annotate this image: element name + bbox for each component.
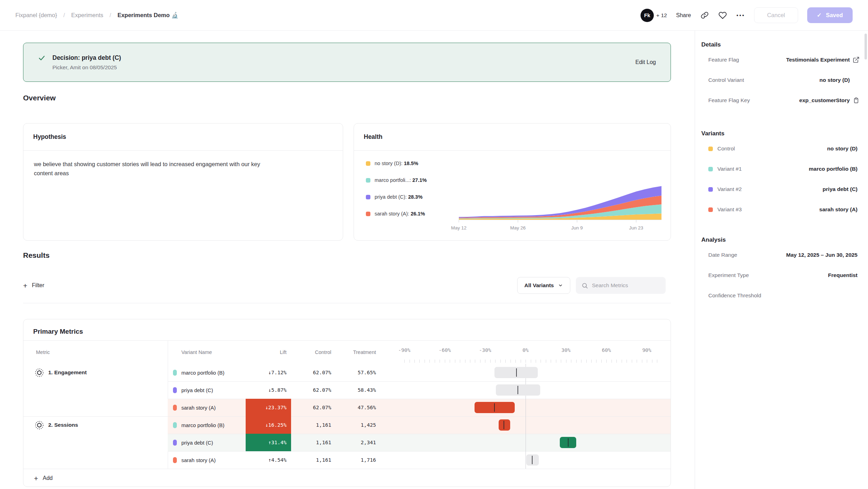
health-legend-item[interactable]: priya debt (C): 28.3% xyxy=(366,193,427,200)
metric-table-row[interactable]: 1. Engagementmarco portfolio (B)↓7.12%62… xyxy=(23,364,671,381)
axis-percent-label: 60% xyxy=(594,340,619,360)
check-icon: ✓ xyxy=(817,12,822,19)
axis-tick-mark xyxy=(500,360,501,363)
axis-tick-mark xyxy=(581,360,581,363)
details-row-value[interactable]: Testimonials Experiment xyxy=(739,57,850,63)
health-legend-item[interactable]: marco portfoli...: 27.1% xyxy=(366,177,427,184)
column-header-control: Control xyxy=(291,340,331,364)
x-axis-tick-label: May 26 xyxy=(510,225,526,231)
axis-tick-mark xyxy=(591,360,592,363)
confidence-interval-cell xyxy=(400,381,661,399)
row-separator xyxy=(168,399,671,399)
confidence-interval-cell xyxy=(400,451,661,469)
hypothesis-card: Hypothesis we believe that showing custo… xyxy=(23,123,343,241)
lift-value: ↓7.12% xyxy=(246,364,291,381)
x-axis-tick-label: May 12 xyxy=(451,225,466,231)
column-header-treatment: Treatment xyxy=(333,340,376,364)
edit-log-button[interactable]: Edit Log xyxy=(635,59,656,65)
filter-label: Filter xyxy=(32,282,44,289)
health-legend-item[interactable]: no story (D): 18.5% xyxy=(366,160,427,167)
axis-percent-label: 30% xyxy=(554,340,578,360)
details-rows: Feature FlagTestimonials ExperimentContr… xyxy=(701,50,860,111)
chevron-down-icon xyxy=(558,283,563,288)
axis-tick-mark xyxy=(440,360,440,363)
metrics-rows: 1. Engagementmarco portfolio (B)↓7.12%62… xyxy=(23,364,671,469)
add-filter-button[interactable]: + Filter xyxy=(23,282,44,289)
axis-tick-mark xyxy=(632,360,632,363)
variant-row-value: no story (D) xyxy=(735,146,860,152)
axis-tick-mark xyxy=(450,360,450,363)
axis-tick-mark xyxy=(475,360,475,363)
metric-cell[interactable]: 2. Sessions xyxy=(35,416,78,434)
variant-name: sarah story (A) xyxy=(181,405,216,411)
legend-label: priya debt (C): 28.3% xyxy=(375,194,422,200)
axis-tick-mark xyxy=(652,360,652,363)
analysis-section-title: Analysis xyxy=(701,235,860,245)
metric-table-row[interactable]: 2. Sessionsmarco portfolio (B)↓16.25%1,1… xyxy=(23,416,671,434)
breadcrumb-experiments[interactable]: Experiments xyxy=(71,12,103,19)
saved-button[interactable]: ✓ Saved xyxy=(807,7,853,23)
legend-swatch xyxy=(366,161,370,166)
lift-axis: -90%-60%-30%0%30%60%90% xyxy=(400,340,661,364)
lift-point-marker xyxy=(568,438,569,447)
axis-percent-label: 90% xyxy=(635,340,659,360)
analysis-row-label: Experiment Type xyxy=(708,272,749,278)
avatar[interactable]: Fk xyxy=(641,9,654,22)
add-metric-row: + Add xyxy=(23,469,671,487)
row-separator xyxy=(168,434,671,434)
confidence-interval-cell xyxy=(400,364,661,381)
decision-text: Decision: priya debt (C) Picker, Amit on… xyxy=(52,54,121,71)
external-link-icon[interactable] xyxy=(850,56,860,63)
metric-cell[interactable]: 1. Engagement xyxy=(35,364,87,381)
add-metric-button[interactable]: + Add xyxy=(34,475,53,482)
main-content: Decision: priya debt (C) Picker, Amit on… xyxy=(0,31,695,489)
topbar-actions: Fk + 12 Share ••• Cancel ✓ Saved xyxy=(641,7,853,23)
overview-heading: Overview xyxy=(23,94,56,102)
axis-tick-mark xyxy=(521,360,521,363)
treatment-value: 2,341 xyxy=(333,434,376,451)
favorite-heart-icon[interactable] xyxy=(718,11,727,20)
axis-tick-mark xyxy=(657,360,657,363)
hypothesis-body: we believe that showing customer stories… xyxy=(23,151,289,187)
primary-metrics-card: Primary Metrics Metric Variant Name Lift… xyxy=(23,319,671,487)
health-legend-item[interactable]: sarah story (A): 26.1% xyxy=(366,210,427,217)
variant-cell: priya debt (C) xyxy=(173,434,213,451)
metric-table-row[interactable]: priya debt (C)↑31.4%1,1612,341 xyxy=(23,434,671,451)
breadcrumb-project[interactable]: Fixpanel {demo} xyxy=(15,12,57,19)
search-metrics-box xyxy=(576,277,666,294)
metric-table-row[interactable]: sarah story (A)↓23.37%62.07%47.56% xyxy=(23,399,671,416)
more-menu-icon[interactable]: ••• xyxy=(736,12,745,18)
variant-cell: sarah story (A) xyxy=(173,451,216,469)
analysis-row-label: Date Range xyxy=(708,252,737,258)
analysis-rows: Date RangeMay 12, 2025 – Jun 30, 2025Exp… xyxy=(701,245,860,306)
variant-swatch xyxy=(173,370,177,376)
variant-row-label: Variant #3 xyxy=(717,206,742,213)
axis-tick-mark xyxy=(460,360,460,363)
share-button[interactable]: Share xyxy=(676,12,691,19)
variant-filter-value: All Variants xyxy=(525,282,554,289)
axis-tick-mark xyxy=(485,360,485,363)
scrollbar-thumb[interactable] xyxy=(865,34,867,59)
metric-table-row[interactable]: priya debt (C)↓5.87%62.07%58.43% xyxy=(23,381,671,399)
search-metrics-input[interactable] xyxy=(592,282,660,289)
collaborators[interactable]: Fk + 12 xyxy=(641,9,667,22)
details-row: Feature FlagTestimonials Experiment xyxy=(701,50,860,70)
lift-value: ↓16.25% xyxy=(246,416,291,434)
clipboard-icon[interactable] xyxy=(850,97,860,104)
axis-tick-mark xyxy=(490,360,491,363)
copy-link-icon[interactable] xyxy=(700,11,709,20)
metric-table-row[interactable]: sarah story (A)↑4.54%1,1611,716 xyxy=(23,451,671,469)
row-separator xyxy=(168,451,671,452)
axis-tick-mark xyxy=(465,360,465,363)
cancel-button[interactable]: Cancel xyxy=(754,7,798,23)
axis-tick-mark xyxy=(606,360,607,363)
variants-section-title: Variants xyxy=(701,129,860,139)
top-bar: Fixpanel {demo} / Experiments / Experime… xyxy=(0,0,868,31)
variant-swatch xyxy=(708,167,713,171)
variant-filter-dropdown[interactable]: All Variants xyxy=(517,277,570,294)
analysis-row: Experiment TypeFrequentist xyxy=(701,265,860,285)
variant-name: marco portfolio (B) xyxy=(181,422,224,428)
axis-tick-mark xyxy=(470,360,470,363)
axis-tick-mark xyxy=(627,360,627,363)
axis-tick-mark xyxy=(410,360,410,363)
